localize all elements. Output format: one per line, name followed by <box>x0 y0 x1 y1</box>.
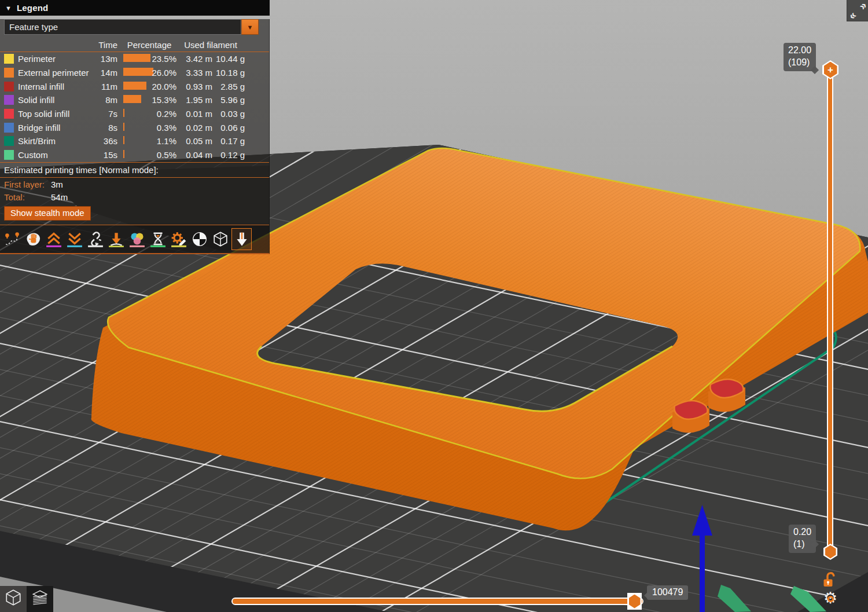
chevron-right-icon: » <box>856 0 868 13</box>
center-of-mass-icon[interactable] <box>190 229 209 250</box>
feature-length: 3.33 m <box>176 68 212 78</box>
feature-weight: 5.96 g <box>212 95 245 105</box>
view-type-select[interactable]: Feature type ▼ <box>4 19 259 35</box>
legend-row-skirt-brim: Skirt/Brim 36s 1.1% 0.05 m 0.17 g <box>0 134 269 148</box>
move-slider-track[interactable] <box>231 598 643 605</box>
feature-time: 14m <box>94 68 117 78</box>
layer-slider-track[interactable] <box>827 69 833 551</box>
feature-label: Perimeter <box>18 54 94 64</box>
feature-label: Top solid infill <box>18 109 94 119</box>
gcode-preview-window: ▼ Legend Feature type ▼ Time Percentage … <box>0 0 868 612</box>
travels-icon[interactable] <box>2 229 21 250</box>
feature-length: 3.42 m <box>176 54 212 64</box>
legend-title: Legend <box>17 3 49 13</box>
feature-time: 11m <box>94 82 117 91</box>
move-slider-handle[interactable] <box>627 593 642 610</box>
feature-length: 0.01 m <box>176 109 212 119</box>
feature-length: 0.04 m <box>176 150 212 160</box>
legend-row-custom: Custom 15s 0.5% 0.04 m 0.12 g <box>0 148 269 162</box>
col-time: Time <box>94 40 117 50</box>
feature-label: Solid infill <box>18 95 94 105</box>
feature-weight: 10.18 g <box>212 68 245 78</box>
feature-percent: 1.1% <box>151 136 176 146</box>
feature-length: 1.95 m <box>176 95 212 105</box>
view-mode-toggles <box>0 586 53 612</box>
col-used-filament: Used filament <box>176 40 245 50</box>
feature-label: External perimeter <box>18 68 94 78</box>
retractions-icon[interactable] <box>44 229 63 250</box>
feature-time: 7s <box>94 109 117 119</box>
seams-icon[interactable] <box>86 229 105 250</box>
percent-bar <box>123 95 141 103</box>
feature-time: 15s <box>94 150 117 160</box>
pause-prints-icon[interactable] <box>148 229 167 250</box>
legend-panel: ▼ Legend Feature type ▼ Time Percentage … <box>0 0 270 254</box>
custom-gcodes-icon[interactable] <box>169 229 188 250</box>
color-swatch <box>4 123 14 133</box>
feature-length: 0.02 m <box>176 123 212 133</box>
layer-bottom-tooltip: 0.20 (1) <box>789 525 816 553</box>
legend-title-bar[interactable]: ▼ Legend <box>0 0 270 16</box>
legend-toolbar <box>0 225 269 253</box>
feature-time: 8m <box>94 95 117 105</box>
feature-percent: 26.0% <box>151 68 176 78</box>
tool-marker-icon[interactable] <box>231 228 252 250</box>
feature-label: Internal infill <box>18 82 94 91</box>
lock-handles-toggle[interactable] <box>820 570 838 588</box>
color-swatch <box>4 68 14 78</box>
wipe-icon[interactable] <box>23 229 42 250</box>
feature-time: 13m <box>94 54 117 64</box>
plus-icon: + <box>824 62 837 78</box>
layer-top-height: 22.00 <box>788 45 811 57</box>
editor-view-button[interactable] <box>0 586 27 612</box>
color-swatch <box>4 82 14 91</box>
percent-bar <box>123 109 124 117</box>
feature-weight: 10.44 g <box>212 54 245 64</box>
total-label: Total: <box>4 192 51 202</box>
percent-bar <box>123 136 124 144</box>
feature-percent: 0.2% <box>151 109 176 119</box>
color-swatch <box>4 109 14 119</box>
slider-settings-button[interactable]: ⚙ <box>821 588 840 609</box>
preview-view-button[interactable] <box>27 586 53 612</box>
feature-label: Skirt/Brim <box>18 136 94 146</box>
legend-row-solid-infill: Solid infill 8m 15.3% 1.95 m 5.96 g <box>0 93 269 107</box>
feature-label: Custom <box>18 150 94 160</box>
view-type-value[interactable]: Feature type <box>4 19 241 35</box>
view-type-dropdown-button[interactable]: ▼ <box>241 19 259 35</box>
feature-weight: 0.12 g <box>212 150 245 160</box>
total-value: 54m <box>51 192 68 202</box>
shells-icon[interactable] <box>211 229 230 250</box>
layers-icon <box>31 588 49 607</box>
legend-row-bridge-infill: Bridge infill 8s 0.3% 0.02 m 0.06 g <box>0 120 269 134</box>
tool-changes-icon[interactable] <box>106 229 126 250</box>
feature-time: 36s <box>94 136 117 146</box>
legend-row-external-perimeter: External perimeter 14m 26.0% 3.33 m 10.1… <box>0 66 269 80</box>
collapse-sidebar-button[interactable]: » « <box>847 0 868 21</box>
legend-body: Feature type ▼ Time Percentage Used fila… <box>0 19 270 254</box>
feature-label: Bridge infill <box>18 123 94 133</box>
legend-table-header: Time Percentage Used filament <box>0 38 269 52</box>
legend-row-perimeter: Perimeter 13m 23.5% 3.42 m 10.44 g <box>0 52 269 66</box>
feature-weight: 0.03 g <box>212 109 245 119</box>
layer-top-index: (109) <box>788 57 811 69</box>
layer-top-tooltip: 22.00 (109) <box>784 43 816 71</box>
legend-row-top-solid-infill: Top solid infill 7s 0.2% 0.01 m 0.03 g <box>0 107 269 121</box>
percent-bar <box>123 123 124 131</box>
feature-weight: 2.85 g <box>212 82 245 91</box>
color-changes-icon[interactable] <box>127 229 146 250</box>
first-layer-row: First layer: 3m <box>0 178 269 190</box>
chevron-down-icon: ▼ <box>247 24 253 31</box>
deretractions-icon[interactable] <box>65 229 84 250</box>
move-slider-value: 100479 <box>652 587 683 597</box>
chevron-left-icon: « <box>846 9 859 22</box>
color-swatch <box>4 136 14 146</box>
move-slider-fill <box>233 599 642 604</box>
color-swatch <box>4 95 14 105</box>
layer-slider-fill <box>828 71 832 550</box>
show-stealth-mode-button[interactable]: Show stealth mode <box>4 206 91 221</box>
feature-percent: 15.3% <box>151 95 176 105</box>
feature-weight: 0.17 g <box>212 136 245 146</box>
collapse-triangle-icon[interactable]: ▼ <box>5 5 12 12</box>
layer-bottom-index: (1) <box>793 538 811 551</box>
